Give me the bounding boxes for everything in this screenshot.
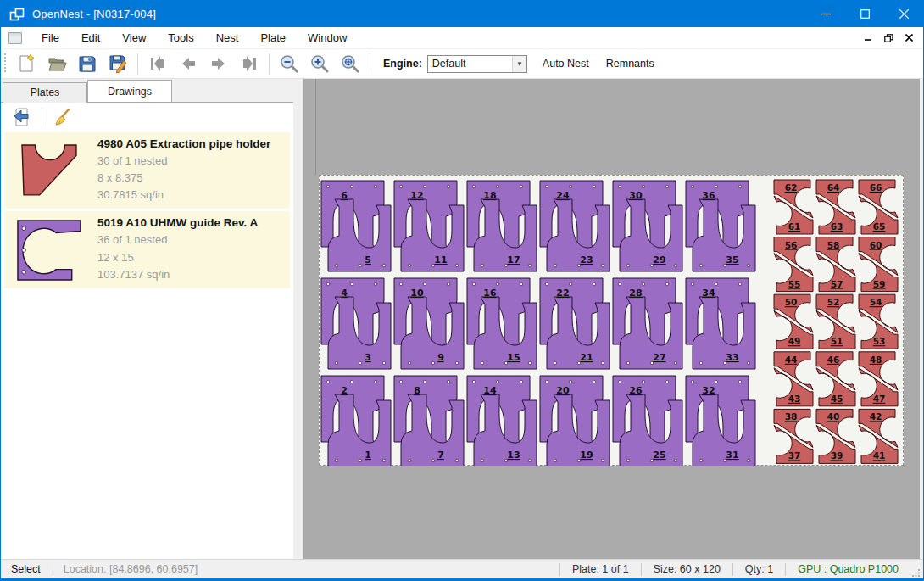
menu-tools[interactable]: Tools	[157, 28, 204, 47]
drawing-item[interactable]: 5019 A10 UHMW guide Rev. A 36 of 1 neste…	[4, 211, 290, 288]
red-part-pair[interactable]: 6059	[859, 237, 898, 292]
purple-part-pair[interactable]: 2827	[613, 278, 682, 369]
open-file-button[interactable]	[42, 51, 72, 76]
red-part-pair[interactable]: 5453	[859, 294, 898, 349]
toolbar-grip[interactable]	[3, 53, 8, 74]
purple-part-pair[interactable]: 3635	[686, 181, 755, 271]
red-part-pair[interactable]: 5049	[774, 294, 813, 349]
svg-text:18: 18	[483, 190, 496, 201]
minimize-button[interactable]	[806, 1, 845, 27]
engine-select[interactable]: Default ▼	[427, 55, 527, 73]
red-part-pair[interactable]: 4645	[816, 352, 855, 406]
mdi-close-button[interactable]	[905, 34, 913, 42]
panel-splitter[interactable]	[293, 79, 303, 559]
zoom-out-button[interactable]	[274, 51, 304, 76]
purple-part-pair[interactable]: 1817	[467, 181, 537, 271]
nav-last-icon	[239, 53, 259, 74]
mdi-minimize-button[interactable]	[865, 34, 872, 42]
nest-canvas[interactable]: 6543211211109871817161514132423222120193…	[303, 79, 920, 559]
red-part-pair[interactable]: 6665	[859, 180, 898, 234]
svg-text:59: 59	[873, 279, 886, 289]
red-part-pair[interactable]: 5655	[774, 237, 813, 292]
zoom-fit-icon	[340, 53, 360, 74]
purple-part-pair[interactable]: 87	[394, 376, 464, 466]
drawing-item[interactable]: 4980 A05 Extraction pipe holder 30 of 1 …	[4, 132, 290, 209]
svg-text:66: 66	[870, 182, 882, 193]
menu-edit[interactable]: Edit	[70, 28, 111, 47]
menu-view[interactable]: View	[111, 28, 157, 47]
menu-plate[interactable]: Plate	[249, 28, 297, 47]
red-part-pair[interactable]: 4847	[859, 352, 898, 406]
svg-text:28: 28	[629, 288, 642, 299]
svg-text:4: 4	[341, 288, 348, 299]
svg-text:55: 55	[788, 279, 801, 289]
menu-nest[interactable]: Nest	[205, 28, 250, 47]
part-thumbnail-purple	[11, 219, 89, 282]
svg-text:54: 54	[870, 297, 882, 307]
purple-part-pair[interactable]: 2019	[540, 376, 610, 466]
svg-text:37: 37	[788, 450, 801, 461]
red-part-pair[interactable]: 4443	[774, 352, 813, 406]
svg-text:61: 61	[788, 221, 801, 232]
zoom-fit-button[interactable]	[335, 51, 365, 76]
svg-text:31: 31	[726, 450, 738, 461]
tab-drawings[interactable]: Drawings	[87, 80, 172, 102]
save-as-icon	[108, 53, 128, 74]
new-file-button[interactable]	[11, 51, 42, 76]
purple-part-pair[interactable]: 1211	[394, 181, 464, 271]
tab-plates[interactable]: Plates	[3, 82, 87, 103]
nav-next-button[interactable]	[203, 51, 234, 76]
svg-text:44: 44	[785, 355, 798, 365]
save-as-button[interactable]	[103, 51, 133, 76]
drawing-size: 8 x 8.375	[97, 170, 270, 187]
purple-part-pair[interactable]: 1615	[467, 278, 537, 369]
purple-part-pair[interactable]: 3029	[613, 181, 682, 271]
purple-part-pair[interactable]: 43	[321, 278, 391, 369]
purple-part-pair[interactable]: 2625	[613, 376, 682, 466]
save-button[interactable]	[72, 51, 103, 76]
nav-last-button[interactable]	[234, 51, 264, 76]
red-part-pair[interactable]: 4039	[816, 409, 855, 463]
purple-part-pair[interactable]: 2423	[540, 181, 610, 271]
red-part-pair[interactable]: 3837	[774, 409, 813, 463]
svg-text:13: 13	[507, 450, 520, 461]
menu-file[interactable]: File	[31, 28, 70, 47]
svg-text:24: 24	[556, 190, 570, 201]
mdi-restore-button[interactable]	[884, 34, 893, 42]
red-part-pair[interactable]: 5857	[816, 237, 855, 292]
red-part-pair[interactable]: 5251	[816, 294, 855, 349]
auto-nest-button[interactable]: Auto Nest	[534, 53, 598, 75]
return-to-drawing-button[interactable]	[9, 105, 35, 129]
chevron-down-icon[interactable]: ▼	[512, 56, 526, 72]
nav-first-button[interactable]	[142, 51, 173, 76]
toolbar-separator	[370, 53, 370, 74]
zoom-in-button[interactable]	[304, 51, 335, 76]
purple-part-pair[interactable]: 2221	[540, 278, 610, 369]
drawings-list: 4980 A05 Extraction pipe holder 30 of 1 …	[1, 131, 293, 288]
purple-part-pair[interactable]: 21	[321, 376, 391, 466]
svg-text:34: 34	[702, 288, 715, 299]
red-part-pair[interactable]: 6261	[774, 180, 813, 234]
resize-grip[interactable]	[912, 567, 921, 576]
document-icon[interactable]	[8, 32, 22, 44]
purple-part-pair[interactable]: 3231	[686, 376, 755, 466]
maximize-button[interactable]	[845, 1, 884, 27]
zoom-out-icon	[279, 53, 299, 74]
purple-part-pair[interactable]: 65	[321, 181, 391, 271]
clean-button[interactable]	[49, 105, 75, 129]
plate[interactable]: 6543211211109871817161514132423222120193…	[319, 175, 904, 466]
menu-window[interactable]: Window	[297, 28, 358, 47]
nav-prev-button[interactable]	[173, 51, 203, 76]
red-part-pair[interactable]: 6463	[816, 180, 855, 234]
purple-part-pair[interactable]: 1413	[467, 376, 537, 466]
red-part-pair[interactable]: 4241	[859, 409, 898, 463]
purple-part-pair[interactable]: 109	[394, 278, 464, 369]
remnants-button[interactable]: Remnants	[598, 53, 663, 75]
svg-text:39: 39	[831, 450, 843, 461]
close-button[interactable]	[884, 1, 923, 27]
svg-text:33: 33	[726, 352, 738, 363]
svg-text:14: 14	[483, 385, 497, 396]
svg-text:9: 9	[437, 352, 444, 363]
svg-text:2: 2	[341, 385, 348, 396]
purple-part-pair[interactable]: 3433	[686, 278, 755, 369]
